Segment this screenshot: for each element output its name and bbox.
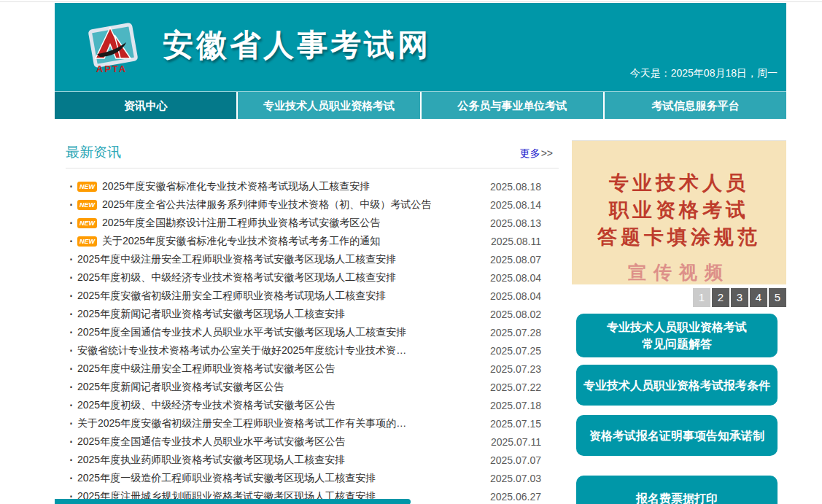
- new-badge: NEW: [77, 200, 97, 210]
- news-link[interactable]: 2025年度中级注册安全工程师职业资格考试安徽考区公告: [77, 363, 335, 376]
- news-list: ·NEW2025年度安徽省标准化专业技术资格考试现场人工核查安排2025.08.…: [66, 168, 559, 504]
- sidebar-button-4[interactable]: 报名费票据打印: [576, 476, 778, 504]
- page-dot-2[interactable]: 2: [712, 288, 729, 307]
- bullet-icon: ·: [66, 472, 77, 485]
- news-link[interactable]: 关于2025年度安徽省标准化专业技术资格考试考务工作的通知: [102, 235, 380, 248]
- news-link[interactable]: 安徽省统计专业技术资格考试办公室关于做好2025年度统计专业技术资…: [77, 344, 406, 357]
- page-dot-4[interactable]: 4: [750, 288, 767, 307]
- news-date: 2025.07.28: [490, 327, 559, 338]
- main-container: APTA 安徽省人事考试网 今天是：2025年08月18日，周一 资讯中心专业技…: [55, 3, 786, 504]
- banner-line-3: 答题卡填涂规范: [572, 224, 786, 251]
- bullet-icon: ·: [66, 308, 77, 321]
- news-date: 2025.08.02: [490, 309, 559, 320]
- news-item: ·NEW2025年度安徽省标准化专业技术资格考试现场人工核查安排2025.08.…: [66, 177, 559, 195]
- news-item: ·2025年度初级、中级经济专业技术资格考试安徽考区现场人工核查安排2025.0…: [66, 268, 559, 287]
- news-item: ·NEW关于2025年度安徽省标准化专业技术资格考试考务工作的通知2025.08…: [66, 232, 559, 250]
- news-link[interactable]: 2025年度全国勘察设计注册工程师执业资格考试安徽考区公告: [102, 217, 380, 230]
- news-date: 2025.07.03: [490, 473, 559, 484]
- news-link[interactable]: 2025年度初级、中级经济专业技术资格考试安徽考区现场人工核查安排: [77, 271, 396, 284]
- apta-logo-icon[interactable]: APTA: [78, 20, 154, 74]
- sidebar-button-1[interactable]: 专业技术人员职业资格考试常见问题解答: [576, 314, 778, 357]
- bullet-icon: ·: [66, 344, 77, 357]
- news-date: 2025.07.07: [490, 454, 559, 466]
- nav-tab-1[interactable]: 资讯中心: [55, 92, 236, 119]
- bullet-icon: ·: [66, 290, 77, 303]
- nav-tab-4[interactable]: 考试信息服务平台: [603, 92, 786, 119]
- news-item: ·NEW2025年度全省公共法律服务系列律师专业技术资格（初、中级）考试公告20…: [66, 195, 559, 214]
- nav-tab-2[interactable]: 专业技术人员职业资格考试: [236, 92, 419, 119]
- bullet-icon: ·: [66, 180, 77, 193]
- news-link[interactable]: 关于2025年度安徽省初级注册安全工程师职业资格考试工作有关事项的…: [77, 417, 406, 430]
- top-divider: [0, 1, 822, 2]
- news-item: ·安徽省统计专业技术资格考试办公室关于做好2025年度统计专业技术资…2025.…: [66, 341, 559, 360]
- news-item: ·关于2025年度安徽省初级注册安全工程师职业资格考试工作有关事项的…2025.…: [66, 414, 559, 433]
- bullet-icon: ·: [66, 435, 77, 449]
- news-link[interactable]: 2025年度安徽省标准化专业技术资格考试现场人工核查安排: [102, 180, 370, 193]
- more-label: 更多: [520, 147, 540, 159]
- news-link[interactable]: 2025年度中级注册安全工程师职业资格考试安徽考区现场人工核查安排: [77, 253, 396, 266]
- news-link[interactable]: 2025年度新闻记者职业资格考试安徽考区公告: [77, 381, 284, 394]
- new-badge: NEW: [77, 182, 97, 192]
- bullet-icon: ·: [66, 417, 77, 430]
- news-item: ·2025年度安徽省初级注册安全工程师职业资格考试现场人工核查安排2025.08…: [66, 287, 559, 305]
- new-badge: NEW: [77, 218, 97, 228]
- news-item: ·2025年度一级造价工程师职业资格考试安徽考区现场人工核查安排2025.07.…: [66, 469, 559, 487]
- promo-banner[interactable]: 专业技术人员 职业资格考试 答题卡填涂规范 宣传视频: [572, 140, 786, 284]
- news-date: 2025.08.13: [490, 217, 559, 229]
- page-dot-1[interactable]: 1: [693, 288, 710, 307]
- news-date: 2025.07.23: [490, 363, 559, 375]
- news-date: 2025.06.27: [490, 491, 559, 503]
- bullet-icon: ·: [66, 381, 77, 394]
- sidebar-button-label: 资格考试报名证明事项告知承诺制: [589, 427, 764, 444]
- news-item: ·2025年度全国通信专业技术人员职业水平考试安徽考区现场人工核查安排2025.…: [66, 323, 559, 341]
- news-date: 2025.07.11: [491, 436, 559, 448]
- nav-tab-3[interactable]: 公务员与事业单位考试: [420, 92, 603, 119]
- sidebar-button-3[interactable]: 资格考试报名证明事项告知承诺制: [576, 415, 778, 456]
- sidebar-button-2[interactable]: 专业技术人员职业资格考试报考条件: [576, 365, 778, 406]
- section-title: 最新资讯: [66, 143, 121, 162]
- bullet-icon: ·: [66, 363, 77, 376]
- news-link[interactable]: 2025年度执业药师职业资格考试安徽考区现场人工核查安排: [77, 454, 345, 467]
- news-date: 2025.08.04: [490, 290, 559, 302]
- news-link[interactable]: 2025年度初级、中级经济专业技术资格考试安徽考区公告: [77, 399, 335, 412]
- news-link[interactable]: 2025年度一级造价工程师职业资格考试安徽考区现场人工核查安排: [77, 472, 376, 485]
- news-section: 最新资讯 更多>> ·NEW2025年度安徽省标准化专业技术资格考试现场人工核查…: [66, 143, 559, 504]
- news-item: ·NEW2025年度全国勘察设计注册工程师执业资格考试安徽考区公告2025.08…: [66, 214, 559, 232]
- news-date: 2025.07.18: [490, 400, 559, 411]
- bullet-icon: ·: [66, 399, 77, 412]
- news-date: 2025.07.15: [490, 418, 559, 430]
- news-link[interactable]: 2025年度新闻记者职业资格考试安徽考区现场人工核查安排: [77, 308, 345, 321]
- new-badge: NEW: [77, 236, 97, 247]
- news-link[interactable]: 2025年度全国通信专业技术人员职业水平考试安徽考区公告: [77, 435, 345, 449]
- footer-strip: [55, 499, 411, 504]
- news-date: 2025.08.07: [490, 254, 559, 265]
- news-date: 2025.08.04: [490, 272, 559, 284]
- sidebar-button-label: 报名费票据打印: [636, 490, 718, 504]
- news-date: 2025.08.14: [490, 199, 559, 211]
- bullet-icon: ·: [66, 235, 77, 248]
- news-link[interactable]: 2025年度安徽省初级注册安全工程师职业资格考试现场人工核查安排: [77, 290, 386, 303]
- news-item: ·2025年度新闻记者职业资格考试安徽考区公告2025.07.22: [66, 378, 559, 396]
- bullet-icon: ·: [66, 271, 77, 284]
- main-nav: 资讯中心专业技术人员职业资格考试公务员与事业单位考试考试信息服务平台: [55, 91, 786, 119]
- news-link[interactable]: 2025年度全省公共法律服务系列律师专业技术资格（初、中级）考试公告: [102, 198, 431, 212]
- svg-text:APTA: APTA: [96, 63, 127, 74]
- banner-line-2: 职业资格考试: [572, 197, 786, 224]
- news-item: ·2025年度新闻记者职业资格考试安徽考区现场人工核查安排2025.08.02: [66, 305, 559, 323]
- page-dot-3[interactable]: 3: [731, 288, 748, 307]
- more-link[interactable]: 更多>>: [520, 147, 559, 160]
- bullet-icon: ·: [66, 454, 77, 467]
- page-dot-5[interactable]: 5: [769, 288, 786, 307]
- news-item: ·2025年度初级、中级经济专业技术资格考试安徽考区公告2025.07.18: [66, 396, 559, 414]
- news-date: 2025.08.18: [490, 181, 559, 193]
- news-link[interactable]: 2025年度全国通信专业技术人员职业水平考试安徽考区现场人工核查安排: [77, 326, 406, 339]
- more-arrows-icon: >>: [541, 147, 553, 159]
- site-title: 安徽省人事考试网: [163, 25, 431, 66]
- news-item: ·2025年度全国通信专业技术人员职业水平考试安徽考区公告2025.07.11: [66, 433, 559, 451]
- sidebar-buttons: 专业技术人员职业资格考试常见问题解答专业技术人员职业资格考试报考条件资格考试报名…: [572, 314, 786, 504]
- bullet-icon: ·: [66, 198, 77, 212]
- banner-line-1: 专业技术人员: [572, 170, 786, 197]
- banner-subtitle: 宣传视频: [572, 260, 786, 284]
- header-date: 今天是：2025年08月18日，周一: [630, 67, 778, 80]
- banner-pagination: 12345: [572, 288, 786, 307]
